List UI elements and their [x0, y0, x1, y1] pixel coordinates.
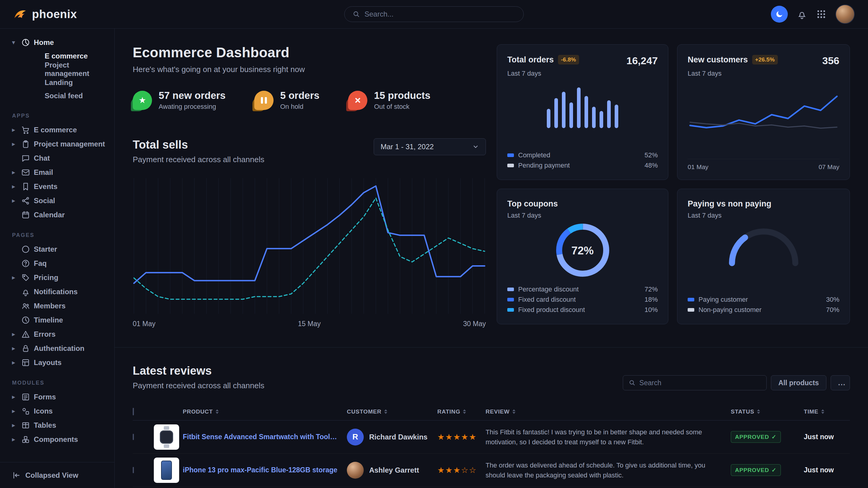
global-search[interactable]	[344, 6, 524, 22]
layout-icon	[21, 358, 30, 367]
review-time: Just now	[804, 433, 850, 441]
reviews-controls: All products ...	[623, 375, 850, 390]
sidebar-item-errors[interactable]: ▸Errors	[0, 327, 114, 341]
calendar-icon	[21, 210, 30, 220]
collapsed-view-label: Collapsed View	[25, 471, 79, 480]
legend-value: 72%	[645, 286, 658, 293]
customer-cell: Ashley Garrett	[347, 462, 437, 479]
sidebar-item-calendar[interactable]: Calendar	[0, 208, 114, 222]
star-icon: ★	[133, 91, 152, 110]
dashboard-cards: Total orders -6.8% 16,247 Last 7 days Co…	[497, 44, 850, 328]
all-products-button[interactable]: All products	[771, 375, 826, 390]
chat-icon	[21, 154, 30, 163]
sidebar-item-faq[interactable]: Faq	[0, 256, 114, 270]
x-icon: ×	[348, 91, 367, 110]
sidebar-item-label: Errors	[34, 330, 56, 338]
pie-chart-icon	[21, 38, 30, 47]
legend-value: 10%	[645, 306, 658, 314]
sidebar-item-label: Components	[34, 435, 78, 444]
sidebar-item-forms[interactable]: ▸Forms	[0, 390, 114, 404]
sidebar-item-components[interactable]: ▸Components	[0, 432, 114, 446]
apps-grid-button[interactable]	[816, 9, 826, 19]
legend-item-paying-customer: Paying customer30%	[688, 294, 839, 305]
page-title: Ecommerce Dashboard	[133, 44, 486, 61]
x-label: 30 May	[463, 320, 486, 328]
brand[interactable]: phoenix	[13, 7, 77, 21]
column-header-review[interactable]: REVIEW	[486, 409, 731, 415]
users-icon	[21, 301, 30, 311]
caret-right-icon: ▸	[12, 436, 21, 443]
sidebar-item-label: Forms	[34, 393, 56, 401]
sidebar-item-events[interactable]: ▸Events	[0, 180, 114, 194]
sidebar-item-layouts[interactable]: ▸Layouts	[0, 355, 114, 369]
reviews-search[interactable]	[623, 375, 767, 390]
caret-right-icon: ▸	[12, 126, 21, 133]
total-orders-value: 16,247	[626, 55, 658, 67]
sidebar-item-pricing[interactable]: ▸Pricing	[0, 270, 114, 285]
sidebar-item-project-management[interactable]: Project management	[0, 63, 114, 76]
date-range-select[interactable]: Mar 1 - 31, 2022	[374, 138, 486, 155]
search-input[interactable]	[365, 10, 516, 19]
sidebar-item-members[interactable]: Members	[0, 299, 114, 313]
sidebar-item-email[interactable]: ▸Email	[0, 165, 114, 180]
sidebar-item-notifications[interactable]: Notifications	[0, 285, 114, 299]
sidebar-item-project-management[interactable]: ▸Project management	[0, 137, 114, 151]
search-icon	[628, 379, 636, 386]
brand-name: phoenix	[32, 8, 77, 21]
sidebar-item-icons[interactable]: ▸Icons	[0, 404, 114, 418]
product-thumbnail	[154, 424, 179, 450]
legend-item-non-paying-customer: Non-paying customer70%	[688, 305, 839, 315]
sidebar-item-landing[interactable]: Landing	[0, 76, 114, 89]
theme-toggle-button[interactable]	[771, 6, 788, 23]
sidebar-item-timeline[interactable]: Timeline	[0, 313, 114, 327]
sidebar-item-authentication[interactable]: ▸Authentication	[0, 341, 114, 355]
legend-value: 18%	[645, 296, 658, 303]
customer-avatar	[347, 462, 364, 479]
sidebar: ▾HomeE commerceProject managementLanding…	[0, 29, 115, 488]
bell-icon	[797, 9, 807, 19]
bookmark-icon	[21, 182, 30, 191]
collapsed-view-toggle[interactable]: Collapsed View	[0, 462, 114, 488]
sidebar-item-social-feed[interactable]: Social feed	[0, 89, 114, 102]
latest-reviews-subtitle: Payment received across all channels	[133, 381, 264, 390]
card-period: Last 7 days	[507, 212, 658, 220]
notifications-button[interactable]	[797, 9, 807, 19]
column-header-time[interactable]: TIME	[804, 409, 850, 415]
clock-icon	[21, 316, 30, 325]
order-stats-row: ★57 new ordersAwating processing5 orders…	[133, 90, 486, 110]
row-checkbox[interactable]	[133, 434, 134, 440]
legend-label: Non-paying customer	[699, 306, 762, 314]
stat-caption: Awating processing	[159, 103, 226, 110]
sidebar-item-label: Project management	[34, 140, 105, 148]
chevron-down-icon	[472, 143, 479, 150]
reviews-table: PRODUCTCUSTOMERRATINGREVIEWSTATUSTIME Fi…	[133, 403, 850, 488]
status-badge: APPROVED ✓	[731, 431, 781, 443]
stat-57-new-orders: ★57 new ordersAwating processing	[133, 90, 226, 110]
legend-label: Fixed product discount	[518, 306, 585, 314]
column-header-status[interactable]: STATUS	[731, 409, 804, 415]
caret-right-icon: ▸	[12, 274, 21, 281]
sidebar-item-e-commerce[interactable]: ▸E commerce	[0, 123, 114, 137]
column-header-customer[interactable]: CUSTOMER	[347, 409, 437, 415]
legend-value: 70%	[826, 306, 839, 314]
product-link[interactable]: iPhone 13 pro max-Pacific Blue-128GB sto…	[183, 466, 347, 474]
column-header-product[interactable]: PRODUCT	[183, 409, 347, 415]
product-link[interactable]: Fitbit Sense Advanced Smartwatch with To…	[183, 433, 347, 441]
sidebar-item-social[interactable]: ▸Social	[0, 194, 114, 208]
legend-item-fixed-product-discount: Fixed product discount10%	[507, 305, 658, 315]
column-header-rating[interactable]: RATING	[437, 409, 486, 415]
sidebar-item-starter[interactable]: Starter	[0, 242, 114, 256]
row-checkbox[interactable]	[133, 467, 134, 473]
select-all-checkbox[interactable]	[133, 408, 134, 415]
legend-value: 30%	[826, 296, 839, 303]
donut-center-value: 72%	[556, 224, 609, 278]
caret-right-icon: ▸	[12, 331, 21, 337]
sidebar-item-chat[interactable]: Chat	[0, 151, 114, 165]
dashboard-left-column: Ecommerce Dashboard Here's what's going …	[133, 44, 486, 328]
reviews-search-input[interactable]	[640, 379, 761, 387]
user-avatar[interactable]	[835, 4, 855, 24]
sidebar-item-home[interactable]: ▾Home	[0, 35, 114, 50]
sidebar-item-tables[interactable]: ▸Tables	[0, 418, 114, 432]
stat-caption: On hold	[280, 103, 319, 110]
more-options-button[interactable]: ...	[831, 375, 850, 390]
